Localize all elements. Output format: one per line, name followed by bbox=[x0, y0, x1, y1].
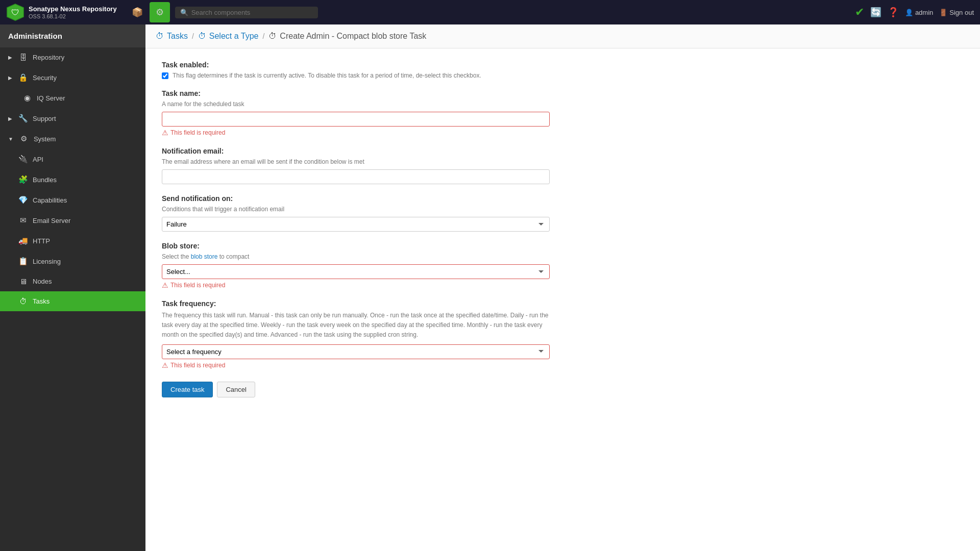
licensing-icon: 📋 bbox=[18, 257, 28, 266]
status-check-icon[interactable]: ✔ bbox=[855, 6, 864, 19]
sidebar: Administration ▶ 🗄 Repository ▶ 🔒 Securi… bbox=[0, 24, 145, 551]
api-icon: 🔌 bbox=[18, 155, 28, 164]
blob-store-label: Blob store: bbox=[162, 242, 589, 250]
sidebar-item-label: Support bbox=[33, 115, 56, 122]
user-icon: 👤 bbox=[905, 9, 913, 16]
cancel-button[interactable]: Cancel bbox=[217, 382, 255, 397]
sidebar-item-email-server[interactable]: ✉ Email Server bbox=[0, 210, 145, 231]
breadcrumb-select-type[interactable]: ⏱ Select a Type bbox=[198, 32, 259, 41]
sidebar-item-licensing[interactable]: 📋 Licensing bbox=[0, 251, 145, 271]
blob-store-error-text: This field is required bbox=[170, 282, 225, 289]
bundles-icon: 🧩 bbox=[18, 175, 28, 184]
type-crumb-icon: ⏱ bbox=[198, 32, 206, 41]
blob-store-error: ⚠ This field is required bbox=[162, 281, 589, 289]
sidebar-item-label: Bundles bbox=[33, 176, 57, 184]
sign-out-icon: 🚪 bbox=[939, 9, 947, 16]
brand-logo: 🛡 bbox=[6, 3, 24, 21]
breadcrumb-create-task: ⏱ Create Admin - Compact blob store Task bbox=[268, 32, 426, 41]
sidebar-item-label: Repository bbox=[33, 54, 64, 61]
repository-icon: 🗄 bbox=[18, 53, 28, 62]
task-name-section: Task name: A name for the scheduled task… bbox=[162, 89, 589, 137]
sidebar-item-api[interactable]: 🔌 API bbox=[0, 149, 145, 169]
support-icon: 🔧 bbox=[18, 114, 28, 123]
arrow-icon: ▶ bbox=[8, 55, 12, 60]
error-icon-3: ⚠ bbox=[162, 361, 168, 369]
task-name-error: ⚠ This field is required bbox=[162, 129, 589, 137]
user-info[interactable]: 👤 admin bbox=[905, 9, 933, 16]
blob-store-link[interactable]: blob store bbox=[191, 253, 218, 260]
create-task-button[interactable]: Create task bbox=[162, 382, 213, 397]
sidebar-item-label: Tasks bbox=[33, 297, 50, 305]
sidebar-item-bundles[interactable]: 🧩 Bundles bbox=[0, 169, 145, 190]
sidebar-item-support[interactable]: ▶ 🔧 Support bbox=[0, 108, 145, 129]
tasks-crumb-label: Tasks bbox=[167, 32, 188, 41]
task-enabled-checkbox[interactable] bbox=[162, 72, 168, 79]
search-input[interactable] bbox=[191, 9, 313, 16]
capabilities-icon: 💎 bbox=[18, 195, 28, 205]
sidebar-item-repository[interactable]: ▶ 🗄 Repository bbox=[0, 47, 145, 67]
search-icon: 🔍 bbox=[180, 9, 188, 16]
top-navigation: 🛡 Sonatype Nexus Repository OSS 3.68.1-0… bbox=[0, 0, 980, 24]
sign-out-label: Sign out bbox=[949, 9, 974, 16]
search-bar[interactable]: 🔍 bbox=[175, 7, 318, 18]
send-notification-section: Send notification on: Conditions that wi… bbox=[162, 194, 589, 232]
task-name-description: A name for the scheduled task bbox=[162, 101, 589, 108]
task-frequency-label: Task frequency: bbox=[162, 299, 589, 308]
cube-nav-icon[interactable]: 📦 bbox=[127, 2, 148, 22]
sidebar-item-security[interactable]: ▶ 🔒 Security bbox=[0, 67, 145, 88]
brand-version: OSS 3.68.1-02 bbox=[29, 13, 117, 19]
create-crumb-icon: ⏱ bbox=[268, 32, 277, 41]
sidebar-item-system[interactable]: ▼ ⚙ System bbox=[0, 129, 145, 149]
sidebar-item-capabilities[interactable]: 💎 Capabilities bbox=[0, 190, 145, 210]
notification-email-description: The email address where an email will be… bbox=[162, 158, 589, 165]
send-notification-select[interactable]: Failure Success Success or Failure bbox=[162, 217, 550, 232]
brand: 🛡 Sonatype Nexus Repository OSS 3.68.1-0… bbox=[6, 3, 117, 21]
task-enabled-description: This flag determines if the task is curr… bbox=[173, 72, 481, 79]
system-icon: ⚙ bbox=[19, 134, 29, 143]
task-frequency-select[interactable]: Select a frequency Manual Once Daily Wee… bbox=[162, 344, 550, 359]
type-crumb-label: Select a Type bbox=[209, 32, 259, 41]
blob-store-description: Select the blob store to compact bbox=[162, 253, 589, 260]
sidebar-item-label: Security bbox=[33, 74, 57, 82]
form-buttons: Create task Cancel bbox=[162, 382, 589, 397]
iq-server-icon: ◉ bbox=[22, 93, 32, 103]
error-icon-2: ⚠ bbox=[162, 281, 168, 289]
sidebar-item-http[interactable]: 🚚 HTTP bbox=[0, 231, 145, 251]
task-frequency-section: Task frequency: The frequency this task … bbox=[162, 299, 589, 369]
notification-email-section: Notification email: The email address wh… bbox=[162, 147, 589, 184]
task-name-error-text: This field is required bbox=[170, 129, 225, 136]
breadcrumb-tasks[interactable]: ⏱ Tasks bbox=[156, 32, 188, 41]
task-enabled-checkbox-row: This flag determines if the task is curr… bbox=[162, 72, 589, 79]
task-name-label: Task name: bbox=[162, 89, 589, 97]
tasks-crumb-icon: ⏱ bbox=[156, 32, 164, 41]
right-icons: ✔ 🔄 ❓ 👤 admin 🚪 Sign out bbox=[855, 6, 974, 19]
gear-nav-icon[interactable]: ⚙ bbox=[150, 2, 170, 22]
breadcrumb-sep-2: / bbox=[262, 32, 264, 40]
svg-text:🛡: 🛡 bbox=[11, 8, 19, 17]
refresh-icon[interactable]: 🔄 bbox=[870, 7, 881, 18]
task-enabled-section: Task enabled: This flag determines if th… bbox=[162, 61, 589, 79]
task-name-input[interactable] bbox=[162, 112, 550, 127]
help-icon[interactable]: ❓ bbox=[888, 7, 899, 18]
error-icon: ⚠ bbox=[162, 129, 168, 137]
sign-out-button[interactable]: 🚪 Sign out bbox=[939, 9, 974, 16]
blob-store-select[interactable]: Select... bbox=[162, 264, 550, 279]
nav-icons: 📦 ⚙ bbox=[127, 2, 170, 22]
sidebar-header: Administration bbox=[0, 24, 145, 47]
main-content: ⏱ Tasks / ⏱ Select a Type / ⏱ Create Adm… bbox=[145, 24, 980, 551]
arrow-icon: ▼ bbox=[8, 136, 13, 142]
task-enabled-label: Task enabled: bbox=[162, 61, 589, 69]
sidebar-item-label: Licensing bbox=[33, 258, 61, 265]
brand-name: Sonatype Nexus Repository bbox=[29, 5, 117, 13]
create-crumb-label: Create Admin - Compact blob store Task bbox=[280, 32, 426, 41]
username-label: admin bbox=[915, 9, 933, 16]
sidebar-item-label: System bbox=[34, 135, 56, 143]
sidebar-item-tasks[interactable]: ⏱ Tasks bbox=[0, 291, 145, 311]
arrow-icon: ▶ bbox=[8, 116, 12, 121]
sidebar-item-nodes[interactable]: 🖥 Nodes bbox=[0, 271, 145, 291]
notification-email-label: Notification email: bbox=[162, 147, 589, 155]
notification-email-input[interactable] bbox=[162, 169, 550, 184]
sidebar-item-label: HTTP bbox=[33, 237, 50, 245]
sidebar-item-iq-server[interactable]: ◉ IQ Server bbox=[0, 88, 145, 108]
task-frequency-error-text: This field is required bbox=[170, 362, 225, 369]
